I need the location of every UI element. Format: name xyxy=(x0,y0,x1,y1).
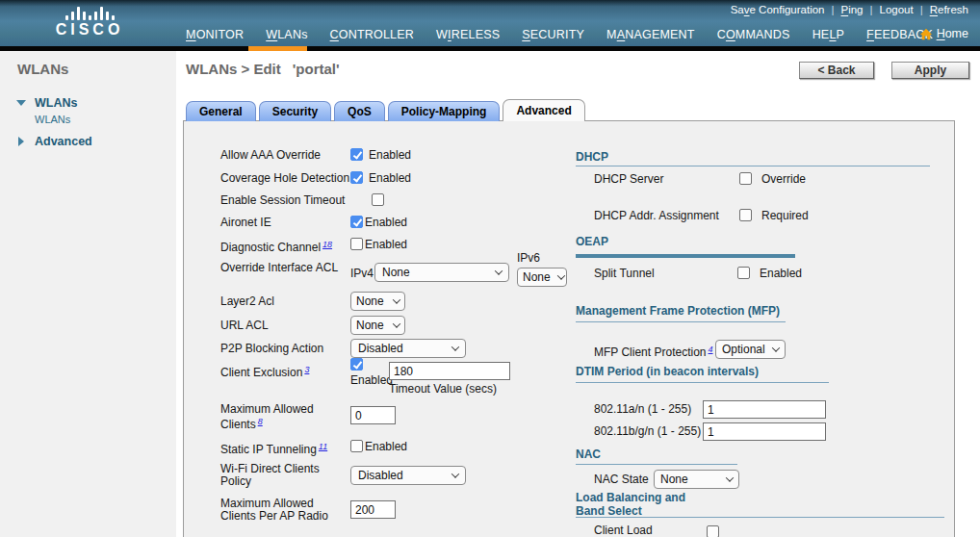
section-divider xyxy=(576,464,737,465)
diagnostic-channel-checkbox-label: Enabled xyxy=(365,239,407,251)
dhcp-server-override-checkbox[interactable] xyxy=(739,172,752,185)
nav-item-wireless[interactable]: WIRELESS xyxy=(436,28,500,41)
footnote-link[interactable]: 8 xyxy=(258,417,263,426)
active-menu-indicator xyxy=(248,46,307,51)
page-title: WLANs > Edit'portal' xyxy=(186,61,340,77)
sidebar: WLANs WLANs WLANs Advanced xyxy=(0,51,176,537)
cisco-brand-text: CISCO xyxy=(46,21,133,38)
dtim-80211bgn-input[interactable] xyxy=(703,422,826,441)
maximum-allowed-clients-per-ap-radio-input[interactable] xyxy=(350,500,396,519)
sidebar-item-wlans[interactable]: WLANs xyxy=(35,96,77,110)
p2p-blocking-action-select[interactable]: Disabled xyxy=(350,339,466,358)
client-exclusion-checkbox[interactable] xyxy=(350,358,363,371)
maximum-allowed-clients-label: Maximum Allowed Clients8 xyxy=(220,403,344,431)
diagnostic-channel-checkbox[interactable] xyxy=(350,238,363,250)
tab-security[interactable]: Security xyxy=(259,101,331,121)
enable-session-timeout-label: Enable Session Timeout xyxy=(220,194,345,207)
ipv4-acl-select[interactable]: None xyxy=(374,263,509,282)
sidebar-item-wlans-child[interactable]: WLANs xyxy=(35,114,70,125)
allow-aaa-override-checkbox[interactable] xyxy=(350,148,363,161)
dhcp-server-label: DHCP Server xyxy=(594,173,663,186)
dtim-80211an-input[interactable] xyxy=(703,400,826,419)
static-ip-tunneling-checkbox[interactable] xyxy=(350,440,363,452)
tab-policy-mapping[interactable]: Policy-Mapping xyxy=(388,101,501,121)
dhcp-addr-assignment-required-checkbox[interactable] xyxy=(739,209,752,221)
mfp-client-protection-select[interactable]: Optional xyxy=(715,340,786,359)
override-interface-acl-label: Override Interface ACL xyxy=(220,262,338,274)
enable-session-timeout-checkbox[interactable] xyxy=(372,193,384,206)
nav-home-label: Home xyxy=(937,27,968,40)
url-acl-select[interactable]: None xyxy=(350,316,405,335)
aironet-ie-checkbox[interactable] xyxy=(350,216,363,228)
sidebar-title: WLANs xyxy=(17,61,68,77)
dhcp-server-override-label: Override xyxy=(761,173,806,186)
tab-qos[interactable]: QoS xyxy=(334,101,385,121)
apply-button[interactable]: Apply xyxy=(891,62,969,79)
ipv4-label: IPv4 xyxy=(350,268,374,280)
section-divider xyxy=(576,321,786,322)
allow-aaa-override-label: Allow AAA Override xyxy=(220,149,321,162)
client-exclusion-timeout-input[interactable] xyxy=(389,362,510,380)
nav-item-security[interactable]: SECURITY xyxy=(522,28,584,41)
utility-link-save-configuration[interactable]: Save Configuration xyxy=(731,4,825,15)
chevron-down-icon xyxy=(393,295,400,303)
tab-bar: GeneralSecurityQoSPolicy-MappingAdvanced xyxy=(186,99,585,121)
layer2-acl-select[interactable]: None xyxy=(350,292,405,311)
tree-collapsed-right-icon[interactable] xyxy=(18,137,24,146)
ipv6-acl-select[interactable]: None xyxy=(517,268,567,287)
nac-state-label: NAC State xyxy=(594,473,649,486)
tab-general[interactable]: General xyxy=(186,101,256,121)
section-divider xyxy=(576,254,795,258)
nav-home[interactable]: Home xyxy=(919,27,968,40)
coverage-hole-detection-label: Coverage Hole Detection xyxy=(220,172,349,185)
dhcp-addr-assignment-required-label: Required xyxy=(761,210,809,222)
url-acl-label: URL ACL xyxy=(220,320,269,332)
nav-item-monitor[interactable]: MONITOR xyxy=(186,28,244,41)
maximum-allowed-clients-per-ap-radio-label: Maximum Allowed Clients Per AP Radio xyxy=(220,498,344,523)
maximum-allowed-clients-input[interactable] xyxy=(350,406,396,424)
utility-links: Save Configuration|Ping|Logout|Refresh xyxy=(731,4,968,15)
split-tunnel-checkbox[interactable] xyxy=(737,267,750,279)
tab-advanced[interactable]: Advanced xyxy=(503,99,584,121)
wlan-name: 'portal' xyxy=(293,61,340,77)
wifi-direct-clients-policy-select[interactable]: Disabled xyxy=(350,466,466,485)
nav-item-wlans[interactable]: WLANs xyxy=(266,28,307,41)
section-title-oeap: OEAP xyxy=(576,235,608,248)
dtim-80211bgn-label: 802.11b/g/n (1 - 255) xyxy=(594,425,701,438)
footnote-link[interactable]: 11 xyxy=(319,442,327,451)
section-title-load-balancing: Load Balancing andBand Select xyxy=(576,491,685,518)
nav-item-controller[interactable]: CONTROLLER xyxy=(330,28,414,41)
nav-item-commands[interactable]: COMMANDS xyxy=(717,28,790,41)
chevron-down-icon xyxy=(726,473,734,481)
diagnostic-channel-label: Diagnostic Channel18 xyxy=(220,239,332,254)
breadcrumb: WLANs > Edit xyxy=(186,61,281,77)
separator: | xyxy=(870,4,873,15)
static-ip-tunneling-checkbox-label: Enabled xyxy=(365,441,407,453)
sidebar-item-advanced[interactable]: Advanced xyxy=(35,135,92,148)
layer2-acl-label: Layer2 Acl xyxy=(220,295,274,308)
allow-aaa-override-checkbox-label: Enabled xyxy=(369,149,411,162)
utility-link-logout[interactable]: Logout xyxy=(880,4,914,15)
footnote-link[interactable]: 18 xyxy=(322,240,332,249)
nac-state-select[interactable]: None xyxy=(654,470,739,489)
ipv6-label: IPv6 xyxy=(517,252,540,265)
chevron-down-icon xyxy=(556,271,564,279)
section-title-mfp: Management Frame Protection (MFP) xyxy=(576,304,780,318)
main-menu: MONITORWLANsCONTROLLERWIRELESSSECURITYMA… xyxy=(186,28,933,41)
back-button[interactable]: < Back xyxy=(799,62,874,79)
footnote-link[interactable]: 4 xyxy=(709,345,713,354)
cisco-logo: CISCO xyxy=(46,6,133,38)
wifi-direct-clients-policy-label: Wi-Fi Direct Clients Policy xyxy=(220,463,344,488)
section-divider xyxy=(576,166,930,166)
client-load-checkbox[interactable] xyxy=(707,525,719,537)
dhcp-addr-assignment-label: DHCP Addr. Assignment xyxy=(594,210,719,222)
nav-item-help[interactable]: HELP xyxy=(812,28,844,41)
coverage-hole-detection-checkbox[interactable] xyxy=(350,171,363,184)
chevron-down-icon xyxy=(772,344,780,351)
tree-expand-down-icon[interactable] xyxy=(16,100,26,106)
utility-link-refresh[interactable]: Refresh xyxy=(930,4,968,15)
nav-item-management[interactable]: MANAGEMENT xyxy=(606,28,695,41)
mfp-client-protection-label: MFP Client Protection4 xyxy=(594,344,713,359)
utility-link-ping[interactable]: Ping xyxy=(841,4,864,15)
footnote-link[interactable]: 3 xyxy=(304,365,309,374)
